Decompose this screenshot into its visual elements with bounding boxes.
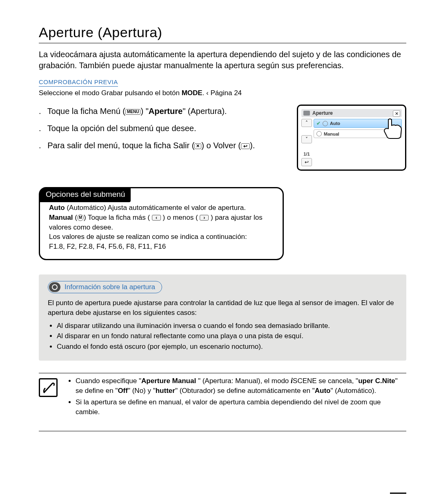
check-icon: ✔ [316,120,321,126]
submenu-body: Auto (Automático) Ajusta automáticamente… [49,203,274,252]
back-icon: ↩ [241,143,250,149]
n1a: Cuando especifique " [76,377,141,385]
arrow-left-icon: ‹ [152,215,161,221]
precheck-mode: MODE [182,89,203,97]
manual-mode-icon: M [77,214,84,221]
info-pill: Información sobre la apertura [48,281,162,293]
n1i: hutter [156,387,175,395]
step3-b: ) o Volver ( [201,141,241,150]
screen-title: Aperture [312,110,400,116]
page-footer-mark [390,493,406,494]
lcd-screen-illustration: Aperture ✕ ˄ ˅ 1/1 ✔ Auto [297,105,406,171]
n1l: " (Automático). [330,387,376,395]
step-2: . Toque la opción del submenú que desee. [39,122,283,135]
touch-hand-icon [380,117,405,139]
info-panel: Información sobre la apertura El punto d… [39,274,406,361]
manual-label: Manual [49,214,73,221]
step-1: . Toque la ficha Menú (MENU) "Aperture" … [39,105,283,118]
info-b3: Cuando el fondo está oscuro (por ejemplo… [57,342,397,352]
submenu-manual: Manual (M) Toque la ficha más ( ‹ ) o me… [49,213,274,232]
precheck-text-a: Seleccione el modo Grabar pulsando el bo… [39,89,182,97]
step3-c: ). [250,141,255,150]
scroll-down-icon: ˅ [301,135,312,143]
menu-icon: MENU [125,109,140,115]
intro-paragraph: La videocámara ajusta automáticamente la… [39,49,406,71]
info-bullets: Al disparar utilizando una iluminación i… [48,321,397,352]
note-2: Si la apertura se define en manual, el v… [76,397,406,417]
n1k: Auto [315,387,331,395]
submenu-auto: Auto (Automático) Ajusta automáticamente… [49,203,274,213]
step2-text: Toque la opción del submenú que desee. [47,124,196,133]
info-p1: El punto de apertura puede ajustarse par… [48,298,397,318]
step1-aperture: Aperture [149,107,183,116]
screen-back-icon: ↩ [301,158,312,166]
auto-label: Auto [49,204,65,212]
n1c: " (Apertura: Manual), el modo [196,377,291,385]
magnifier-icon [49,282,60,292]
manual-t3: ) o menos ( [161,214,200,221]
info-b1: Al disparar utilizando una iluminación i… [57,321,397,331]
note-1: Cuando especifique "Aperture Manual " (A… [76,376,406,396]
page-indicator: 1/1 [301,152,312,156]
step3-a: Para salir del menú, toque la ficha Sali… [47,141,194,150]
close-icon: ✕ [194,143,201,149]
screen-header: Aperture ✕ [301,109,402,117]
option-manual-label: Manual [324,132,339,136]
manual-icon [316,131,322,136]
note-rule-bottom [39,431,406,431]
screen-body: ˄ ˅ 1/1 ✔ Auto Manual [301,119,402,156]
n1e: uper C.Nite [358,377,395,385]
bullet: . [39,141,41,150]
arrow-right-icon: › [200,215,209,221]
manual-t1: ( [73,214,77,221]
steps-and-screen: . Toque la ficha Menú (MENU) "Aperture" … [39,105,406,171]
manual-page: Aperture (Apertura) La videocámara ajust… [0,0,441,504]
manual-t2: ) Toque la ficha más ( [84,214,152,221]
note-icon [39,378,58,397]
bullet: . [39,107,41,116]
step-3: . Para salir del menú, toque la ficha Sa… [39,139,283,152]
n1b: Aperture Manual [141,377,196,385]
info-pill-text: Información sobre la apertura [65,283,161,291]
note-rule-top [39,373,406,373]
scroll-up-icon: ˄ [301,119,312,127]
auto-icon [323,121,328,126]
note-row: Cuando especifique "Aperture Manual " (A… [39,376,406,419]
auto-text: (Automático) Ajusta automáticamente el v… [65,204,246,212]
scroll-buttons: ˄ ˅ 1/1 [301,119,312,156]
step1-b: ) " [140,107,148,116]
submenu-options-box: Opciones del submenú Auto (Automático) A… [39,187,284,260]
precheck-block: COMPROBACIÓN PREVIA Seleccione el modo G… [39,78,406,97]
n1j: " (Obturador) se define automáticamente … [175,387,315,395]
info-text: El punto de apertura puede ajustarse par… [48,298,397,352]
info-b2: Al disparar en un fondo natural reflecta… [57,331,397,341]
page-title: Aperture (Apertura) [39,25,406,40]
n1h: " (No) y " [128,387,156,395]
screen-back-row: ↩ [301,158,402,166]
bullet: . [39,124,41,133]
option-auto-label: Auto [330,121,340,126]
option-manual: Manual [314,129,402,138]
n1g: Off [118,387,128,395]
step1-d: " (Apertura). [183,107,227,116]
title-rule [39,43,406,43]
option-list: ✔ Auto Manual [314,119,402,156]
precheck-label: COMPROBACIÓN PREVIA [39,78,118,87]
submenu-heading: Opciones del submenú [39,187,131,202]
n1d: SCENE se cancela, " [293,377,358,385]
precheck-text-c: . ‹ Página 24 [203,89,242,97]
step1-a: Toque la ficha Menú ( [47,107,125,116]
screen-close-icon: ✕ [393,110,400,117]
note-body: Cuando especifique "Aperture Manual " (A… [67,376,406,419]
camera-icon [303,111,310,116]
submenu-line3: Los valores de ajuste se realizan como s… [49,232,274,242]
submenu-line4: F1.8, F2, F2.8, F4, F5.6, F8, F11, F16 [49,242,274,252]
precheck-text: Seleccione el modo Grabar pulsando el bo… [39,89,406,97]
steps-list: . Toque la ficha Menú (MENU) "Aperture" … [39,105,283,156]
